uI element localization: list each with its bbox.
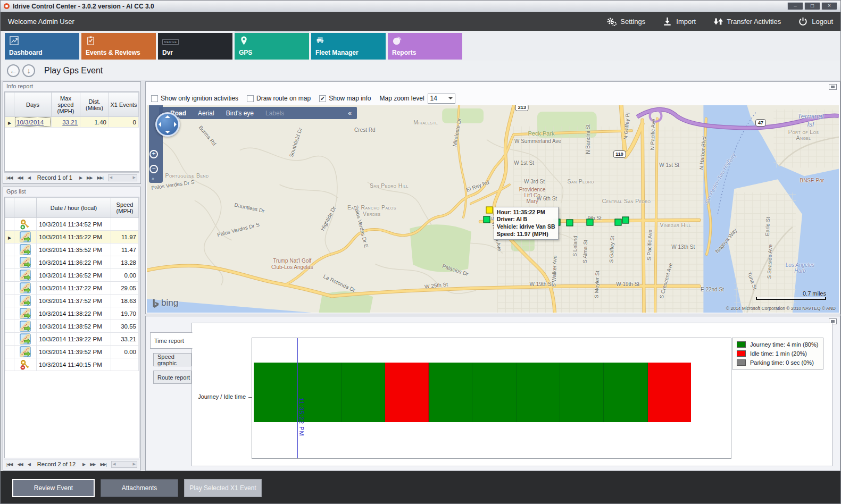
gps-list-row[interactable]: 10/3/2014 11:36:52 PM 0.00: [5, 269, 139, 282]
col-speed[interactable]: Speed (MPH): [111, 198, 139, 218]
datetime-cell[interactable]: 10/3/2014 11:40:15 PM: [37, 358, 111, 371]
map-option-checkbox[interactable]: Show only ignition activities: [151, 95, 238, 102]
map-view-option[interactable]: Aerial: [192, 110, 220, 117]
window-controls: –□×: [787, 2, 837, 10]
footer-button[interactable]: Play Selected X1 Event: [184, 479, 262, 497]
footer-button[interactable]: Review Event: [12, 479, 95, 497]
gps-list-row[interactable]: 10/3/2014 11:38:22 PM 19.70: [5, 307, 139, 320]
nav-tab[interactable]: Fleet Manager: [311, 33, 386, 60]
report-tab[interactable]: Time report: [150, 332, 193, 349]
pager-next-page-button[interactable]: ▶▶: [90, 462, 95, 467]
col-days[interactable]: Days: [14, 93, 52, 117]
pager-prev-page-button[interactable]: ◀◀: [17, 175, 22, 180]
pager-scrollbar[interactable]: ◀▶: [111, 461, 137, 468]
map-strip-chevron[interactable]: »: [152, 176, 154, 181]
map-option-checkbox[interactable]: Draw route on map: [247, 95, 311, 102]
toolbar-action[interactable]: Import: [662, 16, 696, 27]
pager-scrollbar[interactable]: ◀▶: [108, 174, 137, 181]
max-speed-cell[interactable]: 33.21: [52, 117, 80, 128]
nav-tab[interactable]: Events & Reviews: [81, 33, 156, 60]
nav-tab[interactable]: GPS: [235, 33, 309, 60]
gps-point-marker[interactable]: [586, 219, 593, 226]
pager-first-button[interactable]: |◀◀: [6, 462, 12, 467]
gps-point-marker[interactable]: [483, 216, 490, 223]
panel-collapse-button[interactable]: [829, 84, 837, 90]
col-max-speed[interactable]: Max speed (MPH): [52, 93, 80, 117]
chart-cursor-line[interactable]: [297, 338, 298, 458]
map-zoom-select[interactable]: 14: [428, 94, 455, 104]
map-view-option[interactable]: Bird's eye: [220, 110, 260, 117]
col-datetime[interactable]: Date / hour (local): [37, 198, 111, 218]
map-option-checkbox[interactable]: Show map info: [319, 95, 371, 102]
gps-list-row[interactable]: 10/3/2014 11:36:22 PM 13.28: [5, 256, 139, 269]
datetime-cell[interactable]: 10/3/2014 11:35:22 PM: [37, 231, 111, 243]
pager-last-button[interactable]: ▶▶|: [100, 462, 106, 467]
checkbox-box[interactable]: [151, 95, 158, 102]
report-tab[interactable]: Route report: [153, 371, 191, 384]
gps-point-marker[interactable]: [566, 220, 573, 226]
datetime-cell[interactable]: 10/3/2014 11:37:52 PM: [37, 295, 111, 307]
datetime-cell[interactable]: 10/3/2014 11:35:52 PM: [37, 243, 111, 256]
pager-next-button[interactable]: ▶: [79, 175, 82, 180]
datetime-cell[interactable]: 10/3/2014 11:34:52 PM: [37, 218, 111, 231]
down-button[interactable]: ↓: [22, 64, 35, 77]
close[interactable]: ×: [821, 2, 837, 10]
pager-prev-page-button[interactable]: ◀◀: [17, 462, 22, 467]
toolbar-action[interactable]: Settings: [606, 16, 645, 27]
datetime-cell[interactable]: 10/3/2014 11:36:52 PM: [37, 269, 111, 282]
map-view-option[interactable]: Labels: [260, 110, 290, 117]
gps-list-row[interactable]: 10/3/2014 11:34:52 PM: [5, 218, 139, 231]
bing-map[interactable]: RoadAerialBird's eyeLabels « + − » Miral…: [147, 105, 839, 313]
toolbar-action[interactable]: Transfer Activities: [713, 16, 781, 27]
datetime-cell[interactable]: 10/3/2014 11:39:52 PM: [37, 346, 111, 358]
row-selector: [5, 117, 14, 128]
pager-last-button[interactable]: ▶▶|: [97, 175, 103, 180]
nav-tab[interactable]: Dashboard: [5, 33, 79, 60]
gps-list-row[interactable]: 10/3/2014 11:37:52 PM 18.63: [5, 295, 139, 307]
footer-button[interactable]: Attachments: [101, 479, 178, 497]
gps-list-row[interactable]: 10/3/2014 11:38:52 PM 30.55: [5, 320, 139, 333]
gps-list-row[interactable]: 10/3/2014 11:35:52 PM 11.47: [5, 243, 139, 256]
gps-list-row[interactable]: 10/3/2014 11:39:52 PM 0.00: [5, 346, 139, 358]
datetime-cell[interactable]: 10/3/2014 11:36:22 PM: [37, 256, 111, 269]
back-button[interactable]: ←: [7, 64, 20, 77]
legend-item: Idle time: 1 min (20%): [737, 350, 819, 357]
gps-list-row[interactable]: 10/3/2014 11:37:22 PM 29.05: [5, 282, 139, 295]
gps-point-marker[interactable]: [486, 206, 493, 213]
col-x1-events[interactable]: X1 Events: [109, 93, 139, 117]
map-zoom-out-button[interactable]: −: [149, 165, 158, 173]
gps-list-row[interactable]: 10/3/2014 11:35:22 PM 11.97: [5, 231, 139, 243]
info-report-table: Days Max speed (MPH) Dist. (Miles) X1 Ev…: [4, 91, 139, 172]
map-zoom-in-button[interactable]: +: [149, 150, 158, 158]
pager-prev-button[interactable]: ◀: [28, 462, 30, 467]
timeline-cell: [517, 363, 560, 422]
nav-tab-icon: MERGE: [162, 36, 179, 46]
nav-tab[interactable]: Reports: [388, 33, 462, 60]
checkbox-box[interactable]: [247, 95, 254, 102]
days-cell[interactable]: 10/3/2014: [14, 117, 52, 128]
gps-list-row[interactable]: 10/3/2014 11:40:15 PM: [5, 358, 139, 371]
chevron-down-icon: [448, 97, 453, 102]
map-pan-control[interactable]: [155, 112, 180, 137]
gps-point-marker[interactable]: [622, 217, 629, 224]
pager-first-button[interactable]: |◀◀: [6, 175, 12, 180]
checkbox-box[interactable]: [319, 95, 326, 102]
datetime-cell[interactable]: 10/3/2014 11:38:52 PM: [37, 320, 111, 333]
viewbar-collapse-button[interactable]: «: [348, 110, 352, 117]
col-dist[interactable]: Dist. (Miles): [80, 93, 109, 117]
datetime-cell[interactable]: 10/3/2014 11:37:22 PM: [37, 282, 111, 295]
pager-prev-button[interactable]: ◀: [28, 175, 30, 180]
report-tab[interactable]: Speed graphic: [153, 353, 191, 366]
minimize[interactable]: –: [787, 2, 803, 10]
gps-point-marker[interactable]: [614, 219, 621, 226]
pager-next-page-button[interactable]: ▶▶: [87, 175, 92, 180]
nav-tab[interactable]: MERGE Dvr: [158, 33, 232, 60]
gps-list-row[interactable]: 10/3/2014 11:39:22 PM 33.21: [5, 333, 139, 346]
info-report-row[interactable]: 10/3/2014 33.21 1.40 0: [5, 117, 139, 128]
maximize[interactable]: □: [804, 2, 820, 10]
datetime-cell[interactable]: 10/3/2014 11:39:22 PM: [37, 333, 111, 346]
pager-next-button[interactable]: ▶: [82, 462, 85, 467]
legend-label: Journey time: 4 min (80%): [750, 341, 818, 348]
datetime-cell[interactable]: 10/3/2014 11:38:22 PM: [37, 307, 111, 320]
toolbar-action[interactable]: Logout: [798, 16, 833, 27]
